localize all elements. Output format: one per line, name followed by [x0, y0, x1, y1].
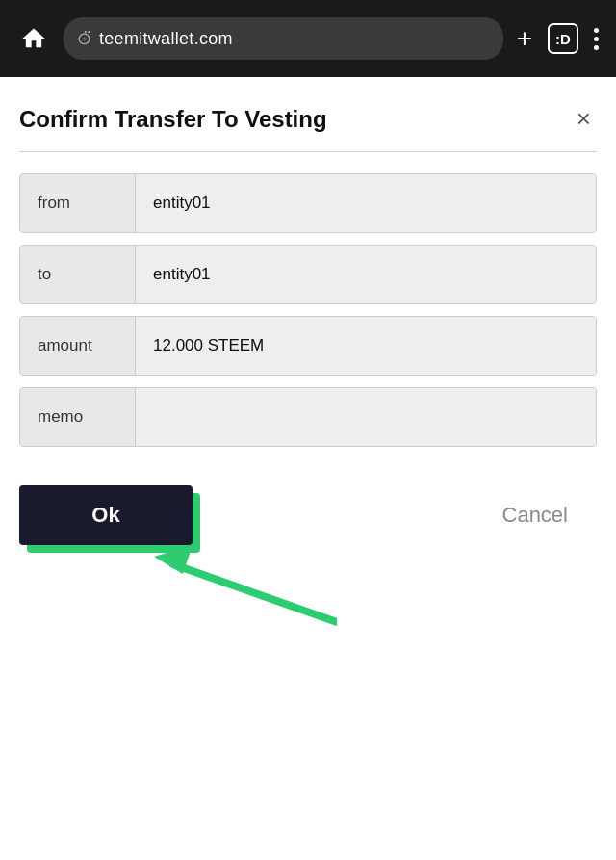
- browser-chrome: ⊙̈ teemitwallet.com + :D: [0, 0, 616, 77]
- memo-row: memo: [19, 387, 597, 447]
- page-content: Confirm Transfer To Vesting × from entit…: [0, 77, 616, 860]
- browser-menu-button[interactable]: [594, 28, 599, 50]
- url-bar[interactable]: ⊙̈ teemitwallet.com: [64, 17, 503, 60]
- home-icon[interactable]: [17, 22, 50, 55]
- dialog-title: Confirm Transfer To Vesting: [19, 104, 327, 134]
- site-icon: ⊙̈: [77, 28, 91, 49]
- action-buttons: Ok Cancel: [19, 485, 597, 545]
- tab-switcher-button[interactable]: :D: [548, 23, 578, 54]
- dialog-header: Confirm Transfer To Vesting ×: [19, 104, 597, 134]
- close-button[interactable]: ×: [571, 104, 597, 133]
- from-label: from: [20, 174, 136, 232]
- cancel-button[interactable]: Cancel: [474, 485, 597, 545]
- memo-value: [136, 388, 596, 446]
- from-row: from entity01: [19, 173, 597, 233]
- memo-label: memo: [20, 388, 136, 446]
- form-fields: from entity01 to entity01 amount 12.000 …: [19, 173, 597, 447]
- new-tab-button[interactable]: +: [517, 23, 532, 54]
- from-value: entity01: [136, 174, 596, 232]
- to-row: to entity01: [19, 245, 597, 304]
- svg-line-0: [173, 564, 337, 622]
- to-label: to: [20, 246, 136, 303]
- amount-label: amount: [20, 317, 136, 375]
- browser-actions: + :D: [517, 23, 599, 54]
- url-text: teemitwallet.com: [99, 29, 233, 49]
- to-value: entity01: [136, 246, 596, 303]
- divider: [19, 151, 597, 152]
- button-area: Ok Cancel: [19, 485, 597, 545]
- ok-button[interactable]: Ok: [19, 485, 192, 545]
- amount-row: amount 12.000 STEEM: [19, 316, 597, 376]
- amount-value: 12.000 STEEM: [136, 317, 596, 375]
